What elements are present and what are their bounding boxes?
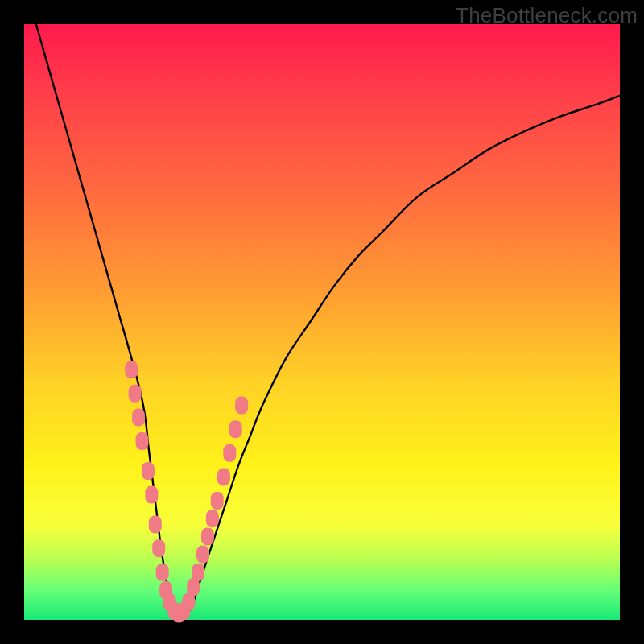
data-marker xyxy=(217,468,230,485)
data-marker xyxy=(201,527,214,545)
bottleneck-curve xyxy=(36,24,620,620)
chart-svg xyxy=(24,24,620,620)
data-marker xyxy=(142,462,155,480)
data-marker xyxy=(145,486,158,504)
data-marker xyxy=(235,397,248,415)
data-marker xyxy=(156,564,169,581)
data-marker xyxy=(132,408,145,426)
data-marker xyxy=(211,492,224,510)
data-marker xyxy=(152,539,165,557)
data-marker xyxy=(136,432,149,450)
data-marker xyxy=(125,361,138,378)
data-marker xyxy=(223,444,236,462)
data-marker xyxy=(196,546,209,564)
chart-frame: TheBottleneck.com xyxy=(0,0,644,644)
watermark-text: TheBottleneck.com xyxy=(456,3,638,28)
data-marker xyxy=(149,516,162,534)
data-marker xyxy=(192,564,204,581)
chart-plot-area xyxy=(24,24,620,620)
data-marker xyxy=(129,385,142,402)
data-marker xyxy=(206,510,219,527)
data-marker xyxy=(229,420,242,438)
